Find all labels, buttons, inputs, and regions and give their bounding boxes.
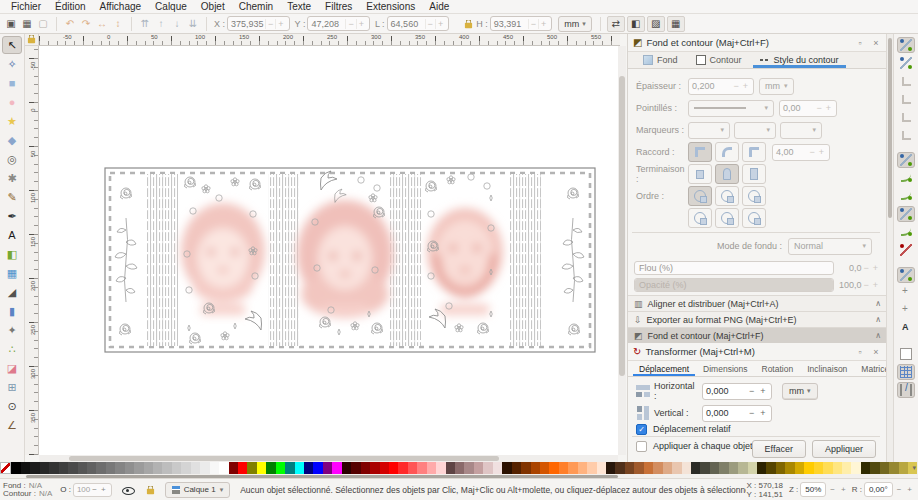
close-icon[interactable]: × xyxy=(870,38,882,48)
x-plus[interactable]: + xyxy=(275,19,285,29)
tool-button[interactable]: ◪ xyxy=(2,359,22,377)
transform-tab[interactable]: Dimensions xyxy=(696,361,754,376)
palette-swatch[interactable] xyxy=(30,462,39,474)
z-order-icon[interactable]: ⇈ xyxy=(137,16,153,32)
palette-swatch[interactable] xyxy=(493,462,502,474)
paint-order-button[interactable] xyxy=(742,208,766,228)
z-order-icon[interactable]: ↑ xyxy=(153,16,169,32)
paint-order-button[interactable] xyxy=(688,186,712,206)
tool-button[interactable]: ▦ xyxy=(2,264,22,282)
scale-option-toggle[interactable]: ⇄ xyxy=(607,16,625,32)
vertical-ruler[interactable]: -50050100150200250300350 xyxy=(25,46,39,455)
chevron-up-icon[interactable]: ∧ xyxy=(875,299,881,308)
rotate-flip-icon[interactable]: ↔ xyxy=(94,16,110,32)
palette-swatch[interactable] xyxy=(446,462,455,474)
palette-swatch[interactable] xyxy=(380,462,389,474)
z-order-icon[interactable]: ↓ xyxy=(169,16,185,32)
snap-toggle[interactable] xyxy=(897,55,915,71)
width-minus[interactable]: − xyxy=(425,19,435,29)
palette-swatch[interactable] xyxy=(59,462,68,474)
menu-item[interactable]: Extensions xyxy=(359,1,422,12)
palette-swatch[interactable] xyxy=(351,462,360,474)
palette-arrow-icon[interactable]: ▾ xyxy=(912,464,916,472)
selection-action-icon[interactable]: ▦ xyxy=(19,16,35,32)
fill-stroke-indicator[interactable]: Fond :N/A Contour :N/A xyxy=(0,482,52,498)
snap-toggle[interactable] xyxy=(897,285,915,301)
horizontal-input[interactable]: 0,000−+ xyxy=(702,383,772,400)
horizontal-ruler[interactable]: -50050100150200250300350400450500550 xyxy=(39,34,620,46)
palette-swatch[interactable] xyxy=(512,462,521,474)
palette-swatch[interactable] xyxy=(814,462,823,474)
width-plus[interactable]: + xyxy=(435,19,445,29)
transform-tab[interactable]: Déplacement xyxy=(632,361,696,376)
palette-swatch[interactable] xyxy=(474,462,483,474)
z-order-icon[interactable]: ⇊ xyxy=(185,16,201,32)
palette-swatch[interactable] xyxy=(370,462,379,474)
palette-swatch[interactable] xyxy=(719,462,728,474)
palette-swatch[interactable] xyxy=(408,462,417,474)
tool-button[interactable]: ▮ xyxy=(2,302,22,320)
canvas-vertical-scrollbar[interactable] xyxy=(618,46,626,455)
snap-toggle[interactable] xyxy=(897,109,915,125)
dash-offset-input[interactable]: 0,00−+ xyxy=(779,100,837,117)
palette-swatch[interactable] xyxy=(181,462,190,474)
menu-item[interactable]: Chemin xyxy=(232,1,280,12)
palette-swatch[interactable] xyxy=(313,462,322,474)
snap-toggle[interactable] xyxy=(897,37,915,53)
menu-item[interactable]: Édition xyxy=(48,1,93,12)
scale-option-toggle[interactable]: ◧ xyxy=(627,16,645,32)
y-plus[interactable]: + xyxy=(356,19,366,29)
scrollbar-thumb[interactable] xyxy=(69,456,499,461)
marker-dropdown[interactable]: ▾ xyxy=(780,122,822,139)
palette-swatch[interactable] xyxy=(172,462,181,474)
rotate-flip-icon[interactable]: ↶ xyxy=(62,16,78,32)
palette-swatch[interactable] xyxy=(833,462,842,474)
palette-swatch[interactable] xyxy=(615,462,624,474)
blur-minus[interactable]: − xyxy=(861,263,870,273)
opacity-slider[interactable]: Opacité (%) xyxy=(634,278,834,292)
snap-toggle[interactable] xyxy=(897,127,915,143)
snap-toggle[interactable] xyxy=(897,206,915,222)
snap-toggle[interactable] xyxy=(897,364,915,380)
clear-button[interactable]: Effacer xyxy=(752,440,806,458)
fill-stroke-tab[interactable]: Style du contour xyxy=(751,52,848,68)
palette-swatch[interactable] xyxy=(644,462,653,474)
tool-button[interactable]: ✦ xyxy=(2,321,22,339)
palette-swatch[interactable] xyxy=(663,462,672,474)
transform-tab[interactable]: Inclinaison xyxy=(800,361,854,376)
snap-toggle[interactable] xyxy=(897,91,915,107)
blur-plus[interactable]: + xyxy=(871,263,880,273)
palette-swatch[interactable] xyxy=(398,462,407,474)
dock-header[interactable]: ▥ Aligner et distribuer (Maj+Ctrl+A) ∧ xyxy=(628,295,887,311)
transform-tab[interactable]: Rotation xyxy=(755,361,801,376)
layer-dropdown[interactable]: Calque 1 ▾ xyxy=(165,482,231,498)
ruler-corner[interactable] xyxy=(25,34,39,46)
palette-swatch[interactable] xyxy=(68,462,77,474)
guide-lock-icon[interactable] xyxy=(28,38,35,44)
palette-swatch[interactable] xyxy=(144,462,153,474)
checkbox-unchecked[interactable] xyxy=(636,441,647,452)
palette-swatch[interactable] xyxy=(417,462,426,474)
dock-icon[interactable]: ▫ xyxy=(854,38,866,48)
palette-swatch[interactable] xyxy=(889,462,898,474)
menu-item[interactable]: Fichier xyxy=(4,1,48,12)
palette-swatch[interactable] xyxy=(257,462,266,474)
palette-swatch[interactable] xyxy=(502,462,511,474)
snap-toggle[interactable] xyxy=(897,303,915,319)
palette-swatch[interactable] xyxy=(578,462,587,474)
snap-toggle[interactable] xyxy=(897,242,915,258)
palette-swatch[interactable] xyxy=(200,462,209,474)
join-style-button[interactable] xyxy=(688,142,712,162)
scrollbar-thumb[interactable] xyxy=(888,38,892,218)
rotation-minus[interactable]: − xyxy=(895,485,904,494)
snap-toggle[interactable] xyxy=(897,321,915,337)
palette-swatch[interactable] xyxy=(870,462,879,474)
tool-button[interactable]: ✧ xyxy=(2,55,22,73)
selection-action-icon[interactable]: ▢ xyxy=(35,16,51,32)
apply-button[interactable]: Appliquer xyxy=(812,440,876,458)
palette-swatch[interactable] xyxy=(285,462,294,474)
palette-swatch[interactable] xyxy=(87,462,96,474)
palette-swatch[interactable] xyxy=(851,462,860,474)
palette-swatch[interactable] xyxy=(880,462,889,474)
palette-swatch[interactable] xyxy=(238,462,247,474)
